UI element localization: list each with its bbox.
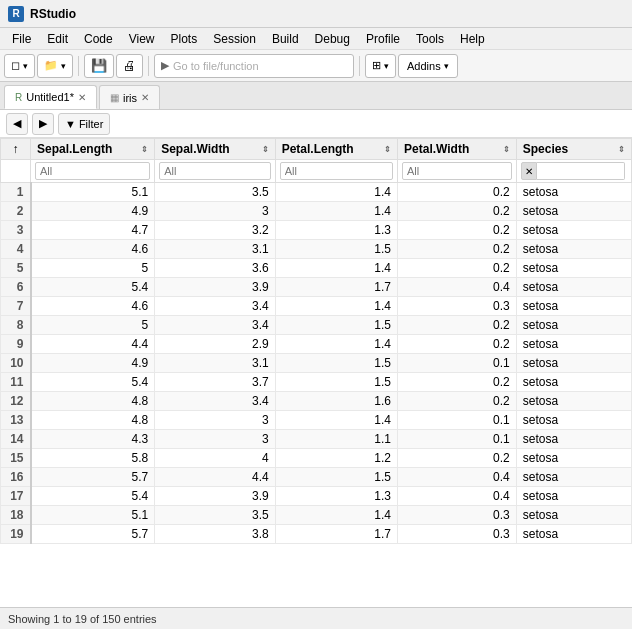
filter-label: Filter <box>79 118 103 130</box>
go-to-field[interactable]: ▶ Go to file/function <box>154 54 354 78</box>
col-header-petal-length[interactable]: Petal.Length ⇕ <box>275 139 397 160</box>
table-cell: 0.2 <box>398 202 517 221</box>
table-cell: setosa <box>516 335 631 354</box>
table-cell: 10 <box>1 354 31 373</box>
table-cell: setosa <box>516 525 631 544</box>
menu-item-build[interactable]: Build <box>264 30 307 48</box>
filter-sepal-length-cell <box>31 160 155 183</box>
open-file-button[interactable]: 📁 ▾ <box>37 54 73 78</box>
table-cell: 3 <box>155 411 276 430</box>
nav-back-button[interactable]: ◀ <box>6 113 28 135</box>
table-cell: 4.6 <box>31 240 155 259</box>
filter-petal-width-input[interactable] <box>402 162 512 180</box>
tab-iris-close[interactable]: ✕ <box>141 92 149 103</box>
menu-item-profile[interactable]: Profile <box>358 30 408 48</box>
filter-petal-length-input[interactable] <box>280 162 393 180</box>
table-cell: 4.9 <box>31 202 155 221</box>
table-row: 74.63.41.40.3setosa <box>1 297 632 316</box>
filter-sepal-length-input[interactable] <box>35 162 150 180</box>
table-cell: 3.5 <box>155 183 276 202</box>
status-bar: Showing 1 to 19 of 150 entries <box>0 607 632 629</box>
col-header-sepal-length[interactable]: Sepal.Length ⇕ <box>31 139 155 160</box>
table-row: 155.841.20.2setosa <box>1 449 632 468</box>
table-cell: 3.8 <box>155 525 276 544</box>
tab-iris[interactable]: ▦ iris ✕ <box>99 85 160 109</box>
workspace-button[interactable]: ⊞ ▾ <box>365 54 396 78</box>
table-row: 853.41.50.2setosa <box>1 316 632 335</box>
table-cell: 1.1 <box>275 430 397 449</box>
col-header-petal-width[interactable]: Petal.Width ⇕ <box>398 139 517 160</box>
menu-item-code[interactable]: Code <box>76 30 121 48</box>
filter-species-input[interactable] <box>537 162 625 180</box>
addins-button[interactable]: Addins ▾ <box>398 54 458 78</box>
filter-sepal-width-input[interactable] <box>159 162 271 180</box>
col-sepal-width-label: Sepal.Width <box>161 142 230 156</box>
table-cell: setosa <box>516 316 631 335</box>
table-cell: 0.4 <box>398 487 517 506</box>
sepal-width-sort-icon: ⇕ <box>262 145 269 154</box>
new-file-button[interactable]: ◻ ▾ <box>4 54 35 78</box>
tab-untitled1-close[interactable]: ✕ <box>78 92 86 103</box>
addins-arrow: ▾ <box>444 61 449 71</box>
table-cell: 1.3 <box>275 487 397 506</box>
save-button[interactable]: 💾 <box>84 54 114 78</box>
table-cell: 3.4 <box>155 297 276 316</box>
menu-item-debug[interactable]: Debug <box>307 30 358 48</box>
table-cell: 3.1 <box>155 354 276 373</box>
menu-item-view[interactable]: View <box>121 30 163 48</box>
menu-item-session[interactable]: Session <box>205 30 264 48</box>
table-cell: 3 <box>155 202 276 221</box>
menu-item-file[interactable]: File <box>4 30 39 48</box>
table-cell: 3.1 <box>155 240 276 259</box>
table-cell: setosa <box>516 449 631 468</box>
col-species-label: Species <box>523 142 568 156</box>
menu-item-edit[interactable]: Edit <box>39 30 76 48</box>
menu-item-help[interactable]: Help <box>452 30 493 48</box>
nav-forward-button[interactable]: ▶ <box>32 113 54 135</box>
filter-petal-width-cell <box>398 160 517 183</box>
table-cell: setosa <box>516 354 631 373</box>
workspace-icon: ⊞ <box>372 59 381 72</box>
table-cell: setosa <box>516 506 631 525</box>
table-cell: 18 <box>1 506 31 525</box>
table-cell: 8 <box>1 316 31 335</box>
new-dropdown-arrow: ▾ <box>23 61 28 71</box>
table-cell: 1.4 <box>275 259 397 278</box>
table-cell: setosa <box>516 430 631 449</box>
menu-item-plots[interactable]: Plots <box>163 30 206 48</box>
table-cell: 7 <box>1 297 31 316</box>
tab-untitled1[interactable]: R Untitled1* ✕ <box>4 85 97 109</box>
col-header-rownum[interactable]: ↑ <box>1 139 31 160</box>
table-cell: setosa <box>516 221 631 240</box>
filter-button[interactable]: ▼ Filter <box>58 113 110 135</box>
tabs-area: R Untitled1* ✕ ▦ iris ✕ <box>0 82 632 110</box>
col-sepal-length-label: Sepal.Length <box>37 142 112 156</box>
table-cell: 0.2 <box>398 335 517 354</box>
filter-sepal-width-cell <box>155 160 276 183</box>
col-header-species[interactable]: Species ⇕ <box>516 139 631 160</box>
filter-petal-length-cell <box>275 160 397 183</box>
table-cell: 3.4 <box>155 316 276 335</box>
table-cell: 0.1 <box>398 411 517 430</box>
table-cell: 1.3 <box>275 221 397 240</box>
table-cell: 5.7 <box>31 468 155 487</box>
col-header-sepal-width[interactable]: Sepal.Width ⇕ <box>155 139 276 160</box>
table-cell: setosa <box>516 183 631 202</box>
print-button[interactable]: 🖨 <box>116 54 143 78</box>
table-cell: setosa <box>516 202 631 221</box>
go-to-arrow: ▶ <box>161 59 169 72</box>
table-cell: setosa <box>516 297 631 316</box>
table-cell: 0.3 <box>398 525 517 544</box>
table-cell: 1.5 <box>275 354 397 373</box>
menu-item-tools[interactable]: Tools <box>408 30 452 48</box>
table-body: 15.13.51.40.2setosa24.931.40.2setosa34.7… <box>1 183 632 544</box>
table-cell: 4.3 <box>31 430 155 449</box>
table-cell: 1.4 <box>275 335 397 354</box>
table-cell: 1.7 <box>275 525 397 544</box>
table-cell: 1.4 <box>275 183 397 202</box>
table-cell: 0.3 <box>398 506 517 525</box>
workspace-arrow: ▾ <box>384 61 389 71</box>
table-cell: 1.5 <box>275 316 397 335</box>
filter-species-clear[interactable]: ✕ <box>521 162 537 180</box>
table-cell: 5.4 <box>31 487 155 506</box>
